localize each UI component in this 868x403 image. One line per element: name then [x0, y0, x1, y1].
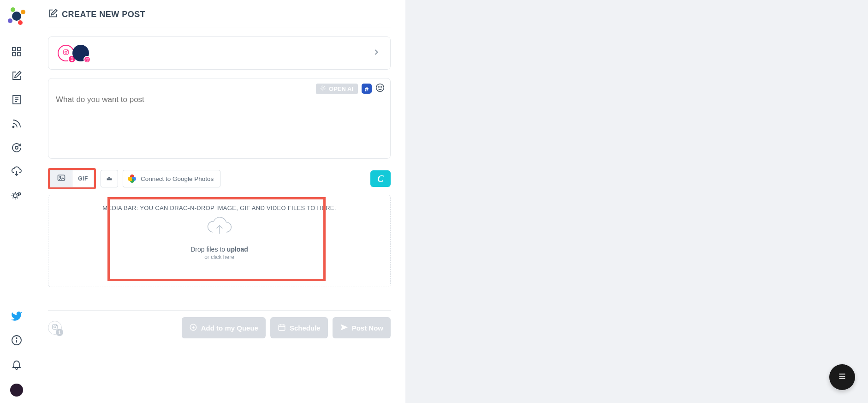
svg-point-9 — [15, 146, 18, 149]
svg-point-15 — [16, 338, 17, 339]
svg-point-30 — [56, 325, 57, 325]
dropzone-hint: MEDIA BAR: YOU CAN DRAG-N-DROP IMAGE, GI… — [102, 205, 336, 211]
nav-recycle[interactable] — [11, 143, 22, 154]
nav-notifications[interactable] — [11, 360, 22, 371]
post-now-button[interactable]: Post Now — [333, 317, 391, 338]
nav-info[interactable] — [11, 336, 22, 347]
instagram-icon — [63, 49, 69, 57]
media-library-button[interactable] — [101, 170, 118, 187]
svg-point-17 — [65, 51, 67, 54]
gif-label: GIF — [78, 175, 88, 182]
preview-panel — [405, 0, 868, 403]
menu-icon — [837, 371, 847, 383]
post-now-label: Post Now — [352, 324, 383, 332]
svg-point-29 — [54, 326, 56, 328]
svg-point-12 — [18, 193, 21, 195]
openai-button[interactable]: OPEN AI — [316, 84, 358, 94]
accounts-avatars: 1 — [58, 45, 89, 61]
svg-rect-19 — [86, 58, 89, 61]
svg-point-21 — [322, 87, 324, 89]
google-photos-label: Connect to Google Photos — [141, 175, 214, 182]
image-icon — [57, 173, 66, 184]
grid-icon — [11, 46, 22, 59]
add-to-queue-label: Add to my Queue — [201, 324, 258, 332]
nav-rss[interactable] — [11, 119, 22, 130]
calendar-icon — [278, 323, 286, 333]
dropzone-line2: or click here — [204, 254, 234, 260]
compose-icon — [11, 70, 22, 83]
openai-icon — [320, 85, 326, 93]
svg-rect-34 — [279, 325, 285, 330]
recycle-icon — [11, 142, 22, 155]
svg-rect-3 — [18, 53, 21, 56]
svg-point-18 — [67, 50, 68, 51]
svg-rect-0 — [12, 48, 16, 51]
nav-twitter[interactable] — [11, 312, 22, 323]
media-dropzone[interactable]: MEDIA BAR: YOU CAN DRAG-N-DROP IMAGE, GI… — [48, 195, 391, 287]
hashtag-icon: # — [365, 85, 369, 93]
cloud-upload-icon — [206, 217, 233, 239]
openai-label: OPEN AI — [329, 85, 353, 92]
svg-point-24 — [381, 87, 382, 88]
svg-point-20 — [87, 59, 88, 60]
account-avatar-2[interactable] — [72, 45, 89, 61]
nav-settings[interactable] — [11, 191, 22, 202]
page-title: CREATE NEW POST — [62, 10, 145, 19]
cloud-download-icon — [11, 166, 22, 179]
google-photos-button[interactable]: Connect to Google Photos — [123, 170, 220, 187]
nav-dashboard[interactable] — [11, 47, 22, 58]
compose-card: OPEN AI # — [48, 78, 391, 159]
svg-rect-1 — [18, 48, 21, 51]
document-icon — [11, 94, 22, 107]
twitter-icon — [11, 310, 23, 324]
main-column: CREATE NEW POST 1 — [33, 0, 391, 403]
compose-icon — [48, 8, 58, 20]
floating-menu-button[interactable] — [829, 364, 855, 390]
canva-icon: C — [377, 174, 383, 184]
footer-account-chip[interactable]: 1 — [48, 321, 62, 335]
page-title-row: CREATE NEW POST — [48, 8, 391, 28]
svg-point-11 — [13, 194, 17, 198]
left-sidebar — [0, 0, 33, 403]
media-toolbar: GIF Connect to Google Photos C — [48, 168, 391, 189]
hashtag-button[interactable]: # — [362, 84, 372, 94]
dropzone-line1: Drop files to upload — [190, 246, 248, 253]
svg-point-22 — [376, 84, 384, 92]
google-photos-icon — [128, 174, 136, 183]
svg-point-26 — [59, 176, 61, 178]
library-icon — [106, 174, 113, 183]
instagram-badge-icon — [83, 56, 91, 63]
nav-compose[interactable] — [11, 71, 22, 82]
canva-button[interactable]: C — [370, 170, 391, 187]
gears-icon — [11, 190, 22, 203]
nav-download[interactable] — [11, 167, 22, 178]
media-tab-image[interactable] — [50, 170, 72, 187]
media-tab-gif[interactable]: GIF — [72, 170, 94, 187]
info-icon — [11, 335, 22, 348]
schedule-label: Schedule — [290, 324, 321, 332]
nav-posts[interactable] — [11, 95, 22, 106]
post-text-input[interactable] — [56, 95, 383, 104]
emoji-button[interactable] — [375, 83, 385, 94]
svg-rect-2 — [12, 53, 16, 56]
app-logo — [9, 8, 24, 24]
chevron-right-icon — [372, 48, 381, 59]
bell-icon — [11, 359, 22, 372]
schedule-button[interactable]: Schedule — [270, 317, 328, 338]
footer-account-count: 1 — [56, 329, 63, 336]
add-to-queue-button[interactable]: Add to my Queue — [182, 317, 266, 338]
send-icon — [340, 323, 348, 333]
svg-point-8 — [13, 126, 14, 128]
media-tabs-highlighted: GIF — [48, 168, 96, 189]
rss-icon — [11, 118, 22, 131]
svg-point-23 — [379, 87, 380, 88]
footer-actions: 1 Add to my Queue Schedule Post Now — [48, 317, 391, 338]
add-circle-icon — [189, 323, 197, 333]
nav-user-avatar[interactable] — [10, 384, 23, 397]
account-avatar-1[interactable]: 1 — [58, 45, 74, 61]
emoji-icon — [375, 86, 385, 94]
accounts-selector[interactable]: 1 — [48, 36, 391, 70]
